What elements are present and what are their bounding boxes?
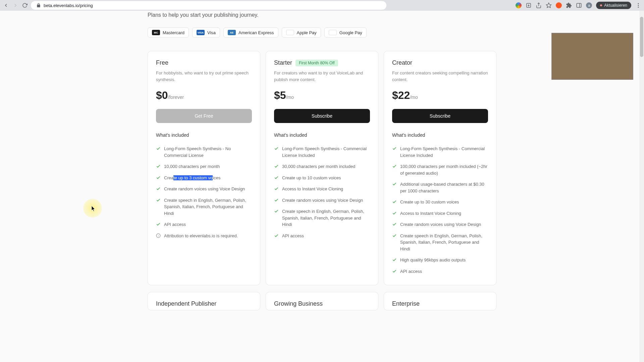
check-icon — [392, 199, 397, 204]
feature-list: Long-Form Speech Synthesis - Commercial … — [392, 143, 488, 277]
check-icon — [392, 182, 397, 186]
feature-text: Attribution to elevenlabs.io is required… — [164, 233, 238, 239]
check-icon — [274, 186, 279, 191]
page-content: Plans to help you start your publishing … — [0, 11, 644, 362]
feature-text: Access to Instant Voice Cloning — [400, 210, 461, 217]
check-icon — [392, 257, 397, 262]
feature-item: Access to Instant Voice Cloning — [392, 208, 488, 219]
feature-item: 30,000 characters per month included — [274, 161, 370, 172]
update-button[interactable]: Aktualisieren — [596, 2, 631, 9]
forward-button[interactable] — [12, 2, 19, 9]
feature-text: Create random voices using Voice Design — [282, 197, 363, 204]
extension-brave-icon[interactable] — [556, 2, 562, 8]
svg-rect-4 — [577, 3, 582, 7]
check-icon — [156, 222, 161, 227]
page-subtitle: Plans to help you start your publishing … — [148, 12, 496, 18]
get-free-button[interactable]: Get Free — [156, 109, 252, 123]
cursor-icon — [91, 206, 96, 212]
payment-logo-icon: G — [329, 30, 337, 35]
subscribe-button[interactable]: Subscribe — [392, 109, 488, 123]
bookmark-icon[interactable] — [546, 2, 552, 8]
feature-item: Long-Form Speech Synthesis - Commercial … — [392, 143, 488, 161]
feature-item: High quality 96kbps audio outputs — [392, 254, 488, 266]
plan-period: /forever — [168, 95, 184, 100]
feature-item: Create random voices using Voice Design — [156, 183, 252, 195]
plan-name: Creator — [392, 59, 412, 66]
included-heading: What's included — [156, 132, 252, 138]
plan-price: $5/mo — [274, 89, 370, 102]
subscribe-button[interactable]: Subscribe — [274, 109, 370, 123]
feature-item: Attribution to elevenlabs.io is required… — [156, 230, 252, 242]
profile-avatar[interactable]: a — [586, 2, 592, 8]
check-icon — [392, 211, 397, 216]
feature-text: Create speech in English, German, Polish… — [400, 233, 488, 252]
feature-item: API access — [392, 266, 488, 277]
info-icon — [156, 233, 161, 238]
check-icon — [156, 175, 161, 180]
check-icon — [392, 164, 397, 169]
feature-item: Additional usage-based characters at $0.… — [392, 179, 488, 196]
feature-item: Create up to 30 custom voices — [392, 196, 488, 208]
payment-chip-apple-pay: Apple Pay — [282, 27, 321, 38]
plan-card-growing-business: Growing Business — [266, 292, 378, 310]
check-icon — [274, 164, 279, 169]
feature-text: Long-Form Speech Synthesis - No Commerci… — [164, 145, 252, 159]
share-icon[interactable] — [536, 2, 542, 8]
plan-period: /mo — [286, 95, 294, 100]
google-lens-icon[interactable] — [516, 2, 522, 8]
feature-item: Create up to 3 custom voices — [156, 172, 252, 184]
payment-label: Apple Pay — [297, 30, 317, 35]
address-bar[interactable]: beta.elevenlabs.io/pricing — [31, 1, 386, 10]
check-icon — [392, 269, 397, 274]
payment-chip-american-express: AEAmerican Express — [223, 27, 278, 38]
feature-item: API access — [274, 230, 370, 242]
plan-badge: First Month 80% Off — [296, 60, 338, 66]
back-button[interactable] — [3, 2, 9, 9]
payment-methods: MCMastercardVISAVisaAEAmerican ExpressAp… — [148, 27, 496, 38]
check-icon — [274, 175, 279, 180]
feature-item: Create speech in English, German, Polish… — [392, 230, 488, 255]
check-icon — [156, 198, 161, 202]
feature-item: 100,000 characters per month included (~… — [392, 161, 488, 179]
check-icon — [274, 146, 279, 151]
extensions-icon[interactable] — [566, 2, 572, 8]
reload-button[interactable] — [21, 2, 28, 9]
feature-text: Create random voices using Voice Design — [164, 186, 245, 192]
payment-chip-google-pay: GGoogle Pay — [324, 27, 367, 38]
svg-point-6 — [638, 3, 639, 4]
plan-period: /mo — [410, 95, 418, 100]
feature-item: Create random voices using Voice Design — [392, 219, 488, 230]
install-icon[interactable] — [526, 2, 532, 8]
check-icon — [392, 222, 397, 227]
lock-icon — [36, 3, 41, 8]
plan-card-starter: Starter First Month 80% Off For creators… — [266, 51, 378, 285]
feature-text: Create up to 30 custom voices — [400, 199, 459, 205]
webcam-overlay — [551, 33, 633, 80]
menu-icon[interactable] — [635, 2, 641, 8]
feature-text: 100,000 characters per month included (~… — [400, 163, 488, 176]
scrollbar[interactable] — [639, 11, 644, 362]
payment-logo-icon: VISA — [197, 30, 205, 35]
payment-logo-icon: MC — [152, 30, 160, 35]
check-icon — [274, 233, 279, 238]
feature-list: Long-Form Speech Synthesis - Commercial … — [274, 143, 370, 241]
feature-item: 10,000 characters per month — [156, 161, 252, 172]
scrollbar-thumb[interactable] — [640, 17, 643, 57]
svg-point-8 — [638, 7, 639, 8]
highlight-annotation — [83, 199, 102, 218]
svg-marker-3 — [546, 3, 551, 8]
feature-text: Access to Instant Voice Cloning — [282, 186, 343, 192]
feature-item: Create random voices using Voice Design — [274, 195, 370, 206]
sidepanel-icon[interactable] — [576, 2, 582, 8]
plan-name: Growing Business — [274, 300, 370, 307]
plan-name: Free — [156, 59, 168, 66]
feature-item: Create speech in English, German, Polish… — [156, 195, 252, 219]
toolbar-right: a Aktualisieren — [516, 2, 641, 9]
plan-name: Independent Publisher — [156, 300, 252, 307]
feature-item: Access to Instant Voice Cloning — [274, 183, 370, 195]
pricing-plans: Free For hobbyists, who want to try out … — [148, 51, 496, 285]
feature-text: Create random voices using Voice Design — [400, 221, 481, 228]
plan-card-independent-publisher: Independent Publisher — [148, 292, 260, 310]
check-icon — [156, 146, 161, 151]
payment-logo-icon: AE — [228, 30, 236, 35]
